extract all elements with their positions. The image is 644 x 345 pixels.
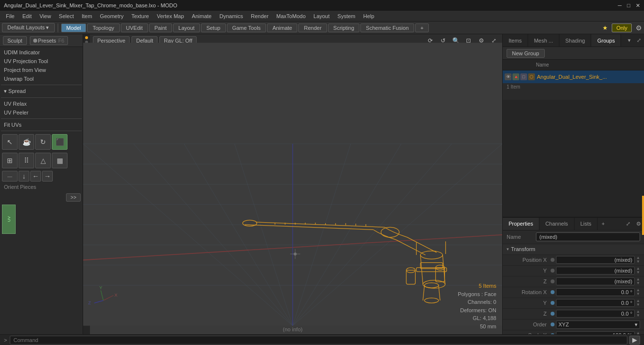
tool-icon-grid1[interactable]: ⊞ <box>2 153 18 168</box>
scale-x-dot[interactable] <box>551 333 555 334</box>
props-tab-channels[interactable]: Channels <box>539 218 574 230</box>
tab-render[interactable]: Render <box>298 23 327 32</box>
props-tab-properties[interactable]: Properties <box>503 218 539 230</box>
tab-paint[interactable]: Paint <box>149 23 172 32</box>
menu-render[interactable]: Render <box>247 12 272 20</box>
pos-x-dn[interactable]: ▼ <box>636 260 640 264</box>
minimize-btn[interactable]: ─ <box>618 2 622 8</box>
rot-x-val[interactable]: 0.0 ° <box>556 288 635 296</box>
new-group-btn[interactable]: New Group <box>507 49 545 58</box>
tab-expand[interactable]: ⤢ <box>634 34 644 46</box>
menu-maxtomodo[interactable]: MaxToModo <box>272 12 310 20</box>
menu-geometry[interactable]: Geometry <box>96 12 127 20</box>
rot-z-dot[interactable] <box>551 312 555 316</box>
tool-icon-cube[interactable]: ⬛ <box>52 134 67 150</box>
menu-animate[interactable]: Animate <box>188 12 215 20</box>
tool-uv-projection[interactable]: UV Projection Tool <box>1 57 82 66</box>
menu-edit[interactable]: Edit <box>19 12 36 20</box>
tool-icon-move[interactable]: ↖ <box>2 134 18 150</box>
tool-icon-checker[interactable]: ▦ <box>52 153 67 168</box>
tool-udim[interactable]: UDIM Indicator <box>1 48 82 57</box>
tab-animate[interactable]: Animate <box>267 23 297 32</box>
order-dot[interactable] <box>551 322 555 326</box>
menu-texture[interactable]: Texture <box>128 12 153 20</box>
props-tab-add[interactable]: + <box>598 218 608 230</box>
order-dropdown[interactable]: XYZ ▾ <box>556 321 640 329</box>
pos-y-dn[interactable]: ▼ <box>636 271 640 275</box>
menu-item[interactable]: Item <box>78 12 96 20</box>
pos-y-dot[interactable] <box>551 269 555 273</box>
arrow-left[interactable]: ← <box>30 171 41 182</box>
rot-x-dot[interactable] <box>551 290 555 294</box>
menu-help[interactable]: Help <box>359 12 378 20</box>
tab-scripting[interactable]: Scripting <box>328 23 360 32</box>
arrow-right[interactable]: → <box>42 171 53 182</box>
tab-groups[interactable]: Groups <box>591 34 621 46</box>
pos-y-val[interactable]: (mixed) <box>556 267 635 275</box>
tool-icon-cup[interactable]: ☕ <box>19 134 34 150</box>
pos-z-dot[interactable] <box>551 279 555 283</box>
menu-file[interactable]: File <box>2 12 19 20</box>
run-cmd-btn[interactable]: ▶ <box>629 336 640 345</box>
maximize-btn[interactable]: □ <box>627 2 630 8</box>
tab-uvedit[interactable]: UVEdit <box>121 23 148 32</box>
add-workspace-btn[interactable]: + <box>415 23 429 32</box>
arrow-down[interactable]: ↓ <box>19 171 29 182</box>
tool-fit-uvs[interactable]: Fit UVs <box>1 120 82 129</box>
menu-dynamics[interactable]: Dynamics <box>216 12 247 20</box>
viewport[interactable]: Perspective Default Ray GL: Off ⟳ ↺ 🔍 ⊡ … <box>83 34 502 334</box>
item-icon-type[interactable]: ⬡ <box>528 73 535 80</box>
rot-y-val[interactable]: 0.0 ° <box>556 299 635 307</box>
only-btn[interactable]: Only <box>612 23 632 32</box>
rot-z-val[interactable]: 0.0 ° <box>556 310 635 318</box>
item-row-0[interactable]: 👁 🔺 □ ⬡ Angular_Dual_Lever_Sink_... <box>503 70 644 83</box>
item-icon-render[interactable]: 🔺 <box>512 73 519 80</box>
tool-uv-peeler[interactable]: UV Peeler <box>1 108 82 117</box>
tab-shading[interactable]: Shading <box>559 34 591 46</box>
tab-gametools[interactable]: Game Tools <box>227 23 266 32</box>
transform-section-header[interactable]: ▾ Transform <box>503 244 644 255</box>
menu-layout[interactable]: Layout <box>310 12 333 20</box>
props-tab-lists[interactable]: Lists <box>575 218 598 230</box>
menu-select[interactable]: Select <box>55 12 78 20</box>
expand-btn[interactable]: >> <box>66 193 81 202</box>
tab-model[interactable]: Model <box>61 23 87 32</box>
tool-unwrap[interactable]: Unwrap Tool <box>1 74 82 83</box>
scale-x-up[interactable]: ▲ <box>636 331 640 334</box>
tool-icon-tri[interactable]: △ <box>35 153 51 168</box>
tool-project-view[interactable]: Project from View <box>1 66 82 74</box>
tool-uv-relax[interactable]: UV Relax <box>1 99 82 108</box>
rot-z-dn[interactable]: ▼ <box>636 314 640 318</box>
rot-y-dot[interactable] <box>551 301 555 305</box>
tab-setup[interactable]: Setup <box>201 23 226 32</box>
presets-btn[interactable]: Presets F6 <box>30 36 68 45</box>
props-expand-btn[interactable]: ⤢ <box>623 218 633 230</box>
name-input[interactable] <box>536 232 640 241</box>
pos-x-val[interactable]: (mixed) <box>556 256 635 264</box>
menu-view[interactable]: View <box>36 12 55 20</box>
close-btn[interactable]: ✕ <box>636 2 640 8</box>
tab-mesh[interactable]: Mesh ... <box>528 34 559 46</box>
settings-icon[interactable]: ⚙ <box>636 24 642 32</box>
sculpt-btn[interactable]: Sculpt <box>3 36 27 45</box>
default-layouts-btn[interactable]: Default Layouts ▾ <box>2 23 55 32</box>
command-input[interactable] <box>10 336 627 345</box>
pos-z-dn[interactable]: ▼ <box>636 281 640 285</box>
pos-z-val[interactable]: (mixed) <box>556 277 635 285</box>
menu-vertexmap[interactable]: Vertex Map <box>153 12 188 20</box>
item-icon-lock[interactable]: □ <box>520 73 527 80</box>
menu-system[interactable]: System <box>333 12 359 20</box>
item-icon-eye[interactable]: 👁 <box>505 73 511 80</box>
tab-more[interactable]: ▾ <box>625 34 634 46</box>
tool-icon-grid2[interactable]: ⠿ <box>19 153 34 168</box>
tab-topology[interactable]: Topology <box>87 23 119 32</box>
tab-layout[interactable]: Layout <box>173 23 200 32</box>
tool-icon-rotate[interactable]: ↻ <box>35 134 51 150</box>
pos-x-dot[interactable] <box>551 258 555 262</box>
tab-items[interactable]: Items <box>503 34 528 46</box>
rot-y-dn[interactable]: ▼ <box>636 303 640 307</box>
tool-spread[interactable]: ▾ Spread <box>1 87 82 96</box>
tab-schematic[interactable]: Schematic Fusion <box>360 23 414 32</box>
rot-x-dn[interactable]: ▼ <box>636 292 640 296</box>
scale-x-val[interactable]: 100.0 % <box>556 331 635 334</box>
